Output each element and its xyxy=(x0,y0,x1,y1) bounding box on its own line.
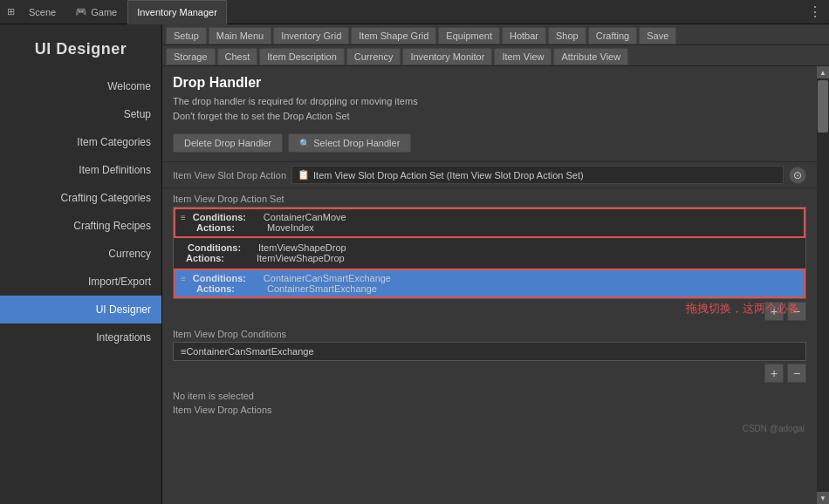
cond-label-3: Conditions: xyxy=(193,273,258,283)
tab-crafting[interactable]: Crafting xyxy=(588,27,638,44)
sidebar-title: UI Designer xyxy=(0,28,161,72)
action-item-2[interactable]: Conditions: ItemViewShapeDrop Actions: I… xyxy=(174,238,805,269)
tab-hotbar[interactable]: Hotbar xyxy=(502,27,546,44)
cond-value-1: ContainerCanMove xyxy=(264,212,346,222)
content-body: Drop Handler The drop handler is require… xyxy=(162,66,817,504)
tab-storage[interactable]: Storage xyxy=(166,48,216,65)
action-item-3[interactable]: ≡ Conditions: ContainerCanSmartExchange … xyxy=(174,269,805,298)
tab-chest[interactable]: Chest xyxy=(217,48,258,65)
list-controls-2: + − xyxy=(162,361,817,385)
cond-value-2: ItemViewShapeDrop xyxy=(258,242,346,253)
sidebar-item-item-definitions[interactable]: Item Definitions xyxy=(0,156,161,184)
field-label: Item View Slot Drop Action xyxy=(173,170,286,180)
list-controls-1: + − xyxy=(162,299,817,324)
scroll-thumb[interactable] xyxy=(818,80,828,133)
cond-value-3: ContainerCanSmartExchange xyxy=(264,273,391,283)
sidebar-item-crafting-categories[interactable]: Crafting Categories xyxy=(0,184,161,212)
drag-handle-3: ≡ xyxy=(181,274,186,283)
cond-label-1: Conditions: xyxy=(193,212,258,222)
sidebar-item-currency[interactable]: Currency xyxy=(0,240,161,268)
tab-equipment[interactable]: Equipment xyxy=(438,27,500,44)
field-circle-button[interactable]: ⊙ xyxy=(789,167,806,184)
remove-condition-button[interactable]: − xyxy=(787,364,806,383)
sidebar: UI Designer Welcome Setup Item Categorie… xyxy=(0,24,162,504)
more-options-icon[interactable]: ⋮ xyxy=(808,3,822,20)
sidebar-item-integrations[interactable]: Integrations xyxy=(0,324,161,351)
tab-game[interactable]: 🎮 Game xyxy=(66,0,126,24)
tab-currency[interactable]: Currency xyxy=(346,48,401,65)
add-action-button[interactable]: + xyxy=(764,302,784,321)
act-label-1: Actions: xyxy=(196,222,262,233)
tab-bar-row-2: Storage Chest Item Description Currency … xyxy=(162,45,829,66)
tab-inventory-monitor[interactable]: Inventory Monitor xyxy=(402,48,492,65)
scroll-up-arrow[interactable]: ▲ xyxy=(817,66,829,78)
remove-action-button[interactable]: − xyxy=(787,302,806,321)
conditions-section-label: Item View Drop Conditions xyxy=(162,324,817,342)
conditions-list: ≡ContainerCanSmartExchange xyxy=(173,342,806,361)
act-label-2: Actions: xyxy=(186,253,251,263)
sidebar-item-import-export[interactable]: Import/Export xyxy=(0,268,161,296)
select-drop-handler-button[interactable]: 🔍 Select Drop Handler xyxy=(288,133,411,153)
tab-inventory-manager[interactable]: Inventory Manager xyxy=(127,0,227,24)
field-icon: 📋 xyxy=(298,169,310,180)
scroll-down-arrow[interactable]: ▼ xyxy=(817,492,829,504)
scrollbar[interactable]: ▲ ▼ xyxy=(817,66,829,504)
scene-icon: ⊞ xyxy=(7,6,15,17)
drop-handler-desc: The drop handler is required for droppin… xyxy=(162,94,817,132)
action-item-1[interactable]: ≡ Conditions: ContainerCanMove Actions: … xyxy=(174,208,805,238)
tab-shop[interactable]: Shop xyxy=(548,27,586,44)
sidebar-item-setup[interactable]: Setup xyxy=(0,100,161,128)
drop-action-field-row: Item View Slot Drop Action 📋 Item View S… xyxy=(162,161,817,188)
sidebar-item-item-categories[interactable]: Item Categories xyxy=(0,128,161,156)
tab-item-shape-grid[interactable]: Item Shape Grid xyxy=(351,27,436,44)
top-bar: ⊞ Scene 🎮 Game Inventory Manager ⋮ xyxy=(0,0,829,24)
tab-inventory-grid[interactable]: Inventory Grid xyxy=(273,27,349,44)
no-item-label: No item is selected xyxy=(162,385,817,403)
sidebar-item-welcome[interactable]: Welcome xyxy=(0,72,161,100)
tab-attribute-view[interactable]: Attribute View xyxy=(553,48,628,65)
content-area: Setup Main Menu Inventory Grid Item Shap… xyxy=(162,24,829,504)
tab-item-view[interactable]: Item View xyxy=(494,48,552,65)
sidebar-item-ui-designer[interactable]: UI Designer xyxy=(0,296,161,324)
attribution: CSDN @adogai xyxy=(162,417,817,437)
drop-handler-title: Drop Handler xyxy=(162,66,817,94)
tab-bar-row-1: Setup Main Menu Inventory Grid Item Shap… xyxy=(162,24,829,45)
tab-main-menu[interactable]: Main Menu xyxy=(209,27,271,44)
sidebar-item-crafting-recipes[interactable]: Crafting Recipes xyxy=(0,212,161,240)
drop-actions-label: Item View Drop Actions xyxy=(162,403,817,417)
act-label-3: Actions: xyxy=(196,283,262,294)
delete-drop-handler-button[interactable]: Delete Drop Handler xyxy=(173,133,283,153)
act-value-1: MoveIndex xyxy=(267,222,314,233)
drag-handle-1: ≡ xyxy=(181,213,186,222)
tab-item-description[interactable]: Item Description xyxy=(259,48,344,65)
tab-scene[interactable]: Scene xyxy=(20,0,65,24)
search-icon: 🔍 xyxy=(299,139,310,148)
act-value-2: ItemViewShapeDrop xyxy=(257,253,345,263)
drop-action-set-label: Item View Drop Action Set xyxy=(162,188,817,207)
handler-btn-row: Delete Drop Handler 🔍 Select Drop Handle… xyxy=(162,132,817,161)
action-list: ≡ Conditions: ContainerCanMove Actions: … xyxy=(173,207,806,299)
field-value-text: Item View Slot Drop Action Set (Item Vie… xyxy=(313,170,584,180)
add-condition-button[interactable]: + xyxy=(764,364,784,383)
conditions-value: ≡ContainerCanSmartExchange xyxy=(181,346,314,357)
tab-save[interactable]: Save xyxy=(639,27,676,44)
game-icon: 🎮 xyxy=(75,6,87,17)
main-layout: UI Designer Welcome Setup Item Categorie… xyxy=(0,24,829,504)
field-value-box[interactable]: 📋 Item View Slot Drop Action Set (Item V… xyxy=(291,166,784,184)
act-value-3: ContainerSmartExchange xyxy=(267,283,377,294)
action-list-wrapper: ≡ Conditions: ContainerCanMove Actions: … xyxy=(162,207,817,299)
tab-setup[interactable]: Setup xyxy=(166,27,207,44)
cond-label-2: Conditions: xyxy=(188,242,253,253)
